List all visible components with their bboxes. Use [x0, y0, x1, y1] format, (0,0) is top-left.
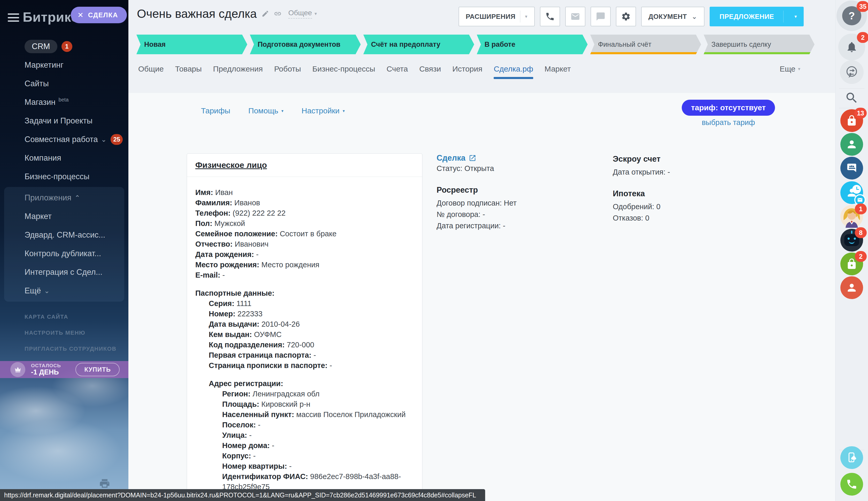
tab[interactable]: Роботы	[274, 65, 301, 79]
sidebar-item-label: Сайты	[24, 79, 49, 88]
tab[interactable]: Общие	[138, 65, 164, 79]
contact-green-button[interactable]	[840, 133, 863, 156]
app-menu-link[interactable]: Тарифы	[201, 106, 230, 115]
field-value: 0	[656, 202, 660, 211]
field-value: Ленинградская обл	[253, 390, 319, 398]
sidebar-app-item[interactable]: Ещё⌄	[4, 281, 124, 300]
external-link-icon	[469, 154, 476, 162]
sidebar-item[interactable]: Сайты	[0, 74, 128, 93]
sidebar-app-item[interactable]: Маркет	[4, 207, 124, 226]
sidebar-footer-link[interactable]: НАСТРОИТЬ МЕНЮ	[0, 325, 128, 341]
telephony-button[interactable]	[840, 473, 863, 495]
bitrix24-deal-page: Битрикс2 ✕ СДЕЛКА CRM 1 Маркетинг	[0, 0, 868, 501]
deal-stage[interactable]: Новая	[136, 35, 247, 54]
search-button[interactable]	[845, 91, 859, 106]
mail-button[interactable]	[565, 7, 585, 26]
sidebar-footer-link[interactable]: ПРИГЛАСИТЬ СОТРУДНИКОВ	[0, 341, 128, 357]
hamburger-menu-icon[interactable]	[8, 13, 19, 22]
deal-stage[interactable]: Завершить сделку	[704, 35, 815, 54]
mobile-app-button[interactable]	[840, 446, 863, 469]
edit-icon[interactable]	[262, 10, 269, 18]
license-banner[interactable]: ОСТАЛОСЬ -1 ДЕНЬ КУПИТЬ	[0, 361, 128, 378]
document-button[interactable]: ДОКУМЕНТ ⌄	[641, 7, 705, 26]
tab[interactable]: Бизнес-процессы	[312, 65, 375, 79]
sidebar-item[interactable]: CRM 1	[0, 37, 128, 56]
sidebar-menu: CRM 1 Маркетинг Сайты Магазинbeta	[0, 34, 128, 186]
statusbar-url: https://drf.remark.digital/deal/placemen…	[0, 489, 485, 501]
field-value: Нет	[504, 199, 516, 207]
tab[interactable]: Сделка.рф	[494, 65, 533, 79]
field-label: Серия:	[209, 299, 234, 308]
deal-stage[interactable]: В работе	[477, 35, 588, 54]
field-line: Первая страница паспорта: -	[209, 350, 414, 360]
tab[interactable]: Связи	[419, 65, 441, 79]
sidebar-item[interactable]: Совместная работа⌄ 25	[0, 130, 128, 149]
deal-stage[interactable]: Счёт на предоплату	[363, 35, 474, 54]
avatar[interactable]: 1	[840, 205, 863, 229]
extensions-button[interactable]: РАСШИРЕНИЯ ▾	[458, 7, 535, 26]
notifications-button[interactable]: 2	[838, 34, 865, 61]
sidebar-item[interactable]: Магазинbeta	[0, 93, 128, 111]
sidebar-footer-link[interactable]: КАРТА САЙТА	[0, 309, 128, 325]
app-menu-link[interactable]: Помощь ▾	[248, 106, 283, 115]
field-value: 222333	[237, 310, 263, 318]
tab[interactable]: Счета	[387, 65, 408, 79]
sidebar-item-label: CRM	[24, 40, 57, 53]
sidebar-app-item[interactable]: Интеграция с Сдел...	[4, 263, 124, 281]
counter-badge: 25	[110, 134, 123, 145]
app-menu-link[interactable]: Настройки ▾	[301, 106, 345, 115]
sidebar-item[interactable]: Маркетинг	[0, 56, 128, 74]
copy-link-icon[interactable]	[274, 10, 282, 18]
field-label: Номер:	[209, 310, 235, 318]
sidebar-app-item[interactable]: Контроль дубликат...	[4, 244, 124, 263]
field-value: -	[668, 168, 670, 176]
field-line: Регион: Ленинградская обл	[222, 389, 414, 399]
sidebar-app-item[interactable]: Эдвард. CRM-ассис...	[4, 226, 124, 244]
scope-selector[interactable]: Общее ▾	[288, 9, 317, 19]
deal-link[interactable]: Сделка	[437, 153, 466, 163]
user-activity-button[interactable]	[840, 181, 863, 204]
tab[interactable]: История	[452, 65, 482, 79]
tab[interactable]: Товары	[175, 65, 202, 79]
chat-people-icon	[846, 162, 858, 174]
close-icon[interactable]: ✕	[77, 11, 84, 19]
field-value: Мужской	[214, 219, 245, 227]
lock-green-button[interactable]: 2	[840, 253, 863, 275]
sidebar-item-label: Совместная работа	[24, 135, 98, 144]
sidebar-item-apps[interactable]: Приложения ⌃	[4, 189, 124, 207]
choose-tariff-link[interactable]: выбрать тариф	[702, 118, 755, 127]
call-button[interactable]	[540, 7, 560, 26]
contact-red-button[interactable]	[840, 276, 863, 299]
deal-stage[interactable]: Подготовка документов	[250, 35, 361, 54]
field-value: -	[249, 431, 252, 439]
print-icon[interactable]	[99, 478, 110, 489]
sidebar-item[interactable]: Бизнес-процессы	[0, 167, 128, 186]
chat-history-button[interactable]	[840, 60, 864, 84]
group-chat-button[interactable]	[840, 157, 863, 180]
tab-more[interactable]: Еще ▾	[780, 65, 800, 79]
buy-button[interactable]: КУПИТЬ	[75, 363, 120, 376]
deal-slider-chip[interactable]: ✕ СДЕЛКА	[71, 7, 127, 23]
chevron-down-icon: ⌄	[101, 136, 107, 143]
tariff-status-badge: тариф: отсутствует	[682, 100, 775, 116]
app-toolbar: Тарифы Помощь ▾ Настройки ▾	[201, 106, 345, 115]
person-icon	[846, 282, 858, 294]
field-line: Телефон: (922) 222 22 22	[195, 208, 414, 218]
tab[interactable]: Предложения	[213, 65, 263, 79]
security-lock-button[interactable]: 13	[840, 109, 863, 132]
sidebar-item[interactable]: Компания	[0, 149, 128, 167]
assistant-robot-button[interactable]: 8	[840, 229, 863, 252]
deal-stage[interactable]: Финальный счёт	[590, 35, 701, 54]
tab[interactable]: Маркет	[544, 65, 571, 79]
chat-button[interactable]	[591, 7, 611, 26]
help-button[interactable]: ? 35	[836, 1, 867, 31]
page-title: Очень важная сделка	[137, 7, 257, 21]
offer-button[interactable]: ПРЕДЛОЖЕНИЕ ▾	[710, 7, 804, 26]
field-label: Дата выдачи:	[209, 320, 260, 328]
settings-button[interactable]	[616, 7, 636, 26]
field-label: Площадь:	[222, 400, 259, 408]
field-label: Корпус:	[222, 452, 251, 460]
sidebar-item[interactable]: Задачи и Проекты	[0, 111, 128, 130]
chevron-down-icon: ▾	[525, 14, 528, 19]
field-label: Кем выдан:	[209, 330, 252, 339]
